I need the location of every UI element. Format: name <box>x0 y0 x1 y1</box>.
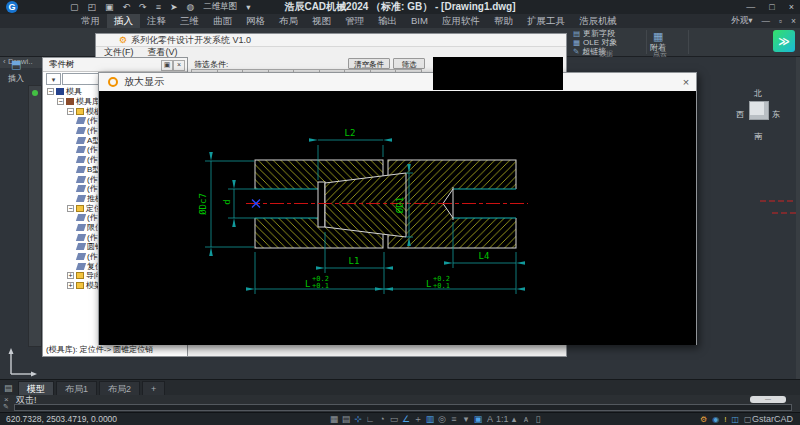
maximize-button[interactable]: □ <box>769 2 774 12</box>
tree-expander-icon[interactable]: − <box>67 108 74 115</box>
drafting-toggle-1[interactable]: ▤ <box>340 413 352 425</box>
chat-icon[interactable]: ◍ <box>186 2 194 12</box>
doc-close-button[interactable]: × <box>791 16 796 26</box>
dialog-title-bar[interactable]: 放大显示 × <box>99 73 696 92</box>
print-icon[interactable]: ≡ <box>156 2 161 12</box>
folder-icon <box>76 108 84 115</box>
ribbon-tab-常用[interactable]: 常用 <box>74 14 107 28</box>
workspace-dropdown-icon[interactable]: ▾ <box>246 2 250 12</box>
ribbon-tab-浩辰机械[interactable]: 浩辰机械 <box>572 14 624 28</box>
insert-block-icon[interactable]: ⬒ <box>11 58 21 71</box>
status-icon-3[interactable]: ◫ <box>731 413 739 425</box>
ribbon-tab-BIM[interactable]: BIM <box>404 14 435 28</box>
ribbon-tab-布局[interactable]: 布局 <box>272 14 305 28</box>
drawing-file-tab[interactable]: ‹ Drawi.. <box>0 56 43 68</box>
tree-expander-icon[interactable]: − <box>57 98 64 105</box>
ribbon-tab-视图[interactable]: 视图 <box>305 14 338 28</box>
insert-panel-label: 插入 <box>8 73 24 84</box>
drafting-toggle-17[interactable]: ▯ <box>532 413 544 425</box>
drafting-toggle-9[interactable]: ◎ <box>436 413 448 425</box>
share-icon[interactable]: ➤ <box>170 2 178 12</box>
command-history-button[interactable]: — <box>750 396 786 403</box>
dim-L-left: L <box>305 279 310 289</box>
drafting-toggle-2[interactable]: ⊹ <box>352 413 364 425</box>
canvas-scrollbar[interactable] <box>796 57 800 379</box>
ribbon-tab-扩展工具[interactable]: 扩展工具 <box>520 14 572 28</box>
drafting-toggle-13[interactable]: A <box>484 413 496 425</box>
viewcube-east-label[interactable]: 东 <box>772 109 780 120</box>
part-icon <box>76 127 86 134</box>
drafting-toggle-14[interactable]: 1:1 <box>496 413 508 425</box>
appearance-dropdown[interactable]: 外观▾ <box>731 15 752 27</box>
pin-icon[interactable]: ▣ <box>161 60 173 71</box>
dim-L1: L1 <box>349 256 360 266</box>
save-icon[interactable]: ▣ <box>105 2 114 12</box>
status-icon-0[interactable]: ⚙ <box>700 413 707 425</box>
parts-tree-header[interactable]: 零件树 ▣ × <box>43 58 187 72</box>
tree-filter-dropdown[interactable]: ▾ <box>46 73 61 85</box>
drafting-toggle-8[interactable]: ▥ <box>424 413 436 425</box>
drafting-toggle-11[interactable]: ▾ <box>460 413 472 425</box>
quick-access-toolbar: ▢◰▣↶↷≡➤◍ 二维草图 ▾ <box>70 0 251 14</box>
status-icon-1[interactable]: ◉ <box>712 413 719 425</box>
drafting-toggle-3[interactable]: ∟ <box>364 413 376 425</box>
drawing-preview-area: L2 L1 L4 ØDc7 d ØD1 L +0.2 +0.1 L +0.2 +… <box>99 91 696 345</box>
ribbon-tab-网格[interactable]: 网格 <box>239 14 272 28</box>
drafting-toggle-7[interactable]: ＋ <box>412 413 424 425</box>
ribbon-tab-管理[interactable]: 管理 <box>338 14 371 28</box>
layout-tab-模型[interactable]: 模型 <box>18 381 54 396</box>
viewcube-north-label[interactable]: 北 <box>754 88 762 99</box>
drafting-toggle-0[interactable]: ▦ <box>328 413 340 425</box>
dim-L-left-tol-lower: +0.1 <box>312 282 329 290</box>
minimize-button[interactable]: — <box>746 2 755 12</box>
viewcube-cube-icon[interactable] <box>749 101 769 120</box>
tree-expander-icon[interactable]: + <box>67 272 74 279</box>
layout-tab-+[interactable]: + <box>142 381 165 396</box>
tree-expander-icon[interactable]: − <box>47 88 54 95</box>
drafting-toggle-10[interactable]: ≡ <box>448 413 460 425</box>
status-icon-4[interactable]: ▢ <box>744 413 752 425</box>
drafting-toggle-15[interactable]: ▴ <box>508 413 520 425</box>
doc-minimize-button[interactable]: — <box>762 16 771 26</box>
drafting-toggle-6[interactable]: ∠ <box>400 413 412 425</box>
viewcube-south-label[interactable]: 南 <box>754 131 762 142</box>
drafting-toggle-12[interactable]: ▣ <box>472 413 484 425</box>
close-icon[interactable]: × <box>173 60 185 71</box>
app-logo[interactable]: G <box>6 1 18 13</box>
gstarcad-assistant-icon[interactable]: ≫ <box>773 30 795 52</box>
drafting-toggle-16[interactable]: ᴀ <box>520 413 532 425</box>
ribbon-right-controls: 外观▾ — ▫ × <box>731 14 796 28</box>
status-icon-2[interactable]: ! <box>724 413 726 425</box>
docked-palette-strip[interactable] <box>28 85 42 347</box>
open-file-icon[interactable]: ◰ <box>88 2 97 12</box>
tree-expander-icon[interactable]: − <box>67 205 74 212</box>
ribbon-tab-三维[interactable]: 三维 <box>173 14 206 28</box>
undo-icon[interactable]: ↶ <box>123 2 131 12</box>
clear-conditions-button[interactable]: 清空条件 <box>348 58 390 69</box>
ribbon-tab-帮助[interactable]: 帮助 <box>487 14 520 28</box>
drafting-toggle-4[interactable]: ◔ <box>376 413 388 425</box>
layout-tab-布局2[interactable]: 布局2 <box>99 381 140 396</box>
ribbon-tab-曲面[interactable]: 曲面 <box>206 14 239 28</box>
ribbon-tab-应用软件[interactable]: 应用软件 <box>435 14 487 28</box>
layout-tab-布局1[interactable]: 布局1 <box>56 381 97 396</box>
new-file-icon[interactable]: ▢ <box>70 2 79 12</box>
drafting-toggle-5[interactable]: ▭ <box>388 413 400 425</box>
ribbon-tab-输出[interactable]: 输出 <box>371 14 404 28</box>
ribbon-tab-注释[interactable]: 注释 <box>140 14 173 28</box>
dialog-close-button[interactable]: × <box>679 75 693 89</box>
doc-restore-button[interactable]: ▫ <box>779 16 782 26</box>
view-cube[interactable]: 北 南 西 东 <box>734 88 782 140</box>
ribbon-button-icon: ▤ <box>573 29 580 38</box>
workspace-selector[interactable]: 二维草图 <box>203 1 237 13</box>
ribbon-tab-插入[interactable]: 插入 <box>107 14 140 28</box>
window-title: 浩辰CAD机械2024 （标准: GB） - [Drawing1.dwg] <box>284 0 515 14</box>
tree-expander-icon[interactable]: + <box>67 282 74 289</box>
redo-icon[interactable]: ↷ <box>139 2 147 12</box>
filter-button[interactable]: 筛选 <box>393 58 425 69</box>
close-button[interactable]: × <box>789 2 794 12</box>
palette-title: 系列化零件设计开发系统 V1.0 <box>131 34 251 46</box>
command-input[interactable] <box>14 404 792 411</box>
viewcube-west-label[interactable]: 西 <box>736 109 744 120</box>
layout-list-icon[interactable]: ▤ <box>4 380 13 396</box>
